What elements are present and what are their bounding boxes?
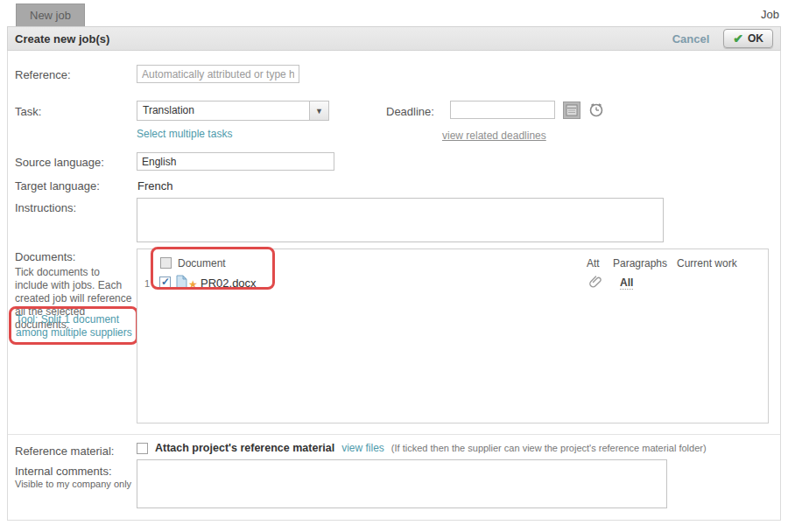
clock-icon[interactable]	[587, 100, 606, 119]
table-row-number: 1	[144, 278, 150, 289]
cancel-button[interactable]: Cancel	[672, 32, 710, 46]
select-multiple-tasks-link[interactable]: Select multiple tasks	[137, 128, 232, 140]
document-name[interactable]: PR02.docx	[201, 276, 257, 290]
document-checkbox[interactable]	[159, 276, 171, 288]
reference-material-label: Reference material:	[15, 444, 114, 458]
header-actions: Cancel ✔ OK	[672, 29, 773, 48]
section-divider	[8, 434, 780, 435]
page-title: Create new job(s)	[15, 32, 109, 46]
instructions-label: Instructions:	[15, 201, 76, 214]
form-body: Reference: Task: Translation ▼ Select mu…	[7, 51, 781, 521]
target-language-label: Target language:	[15, 179, 100, 192]
task-select-value: Translation	[137, 102, 309, 120]
attach-reference-material-label: Attach project's reference material	[155, 442, 334, 454]
star-icon: ★	[188, 278, 198, 290]
reference-material-note: (If ticked then the supplier can view th…	[391, 443, 707, 453]
internal-comments-label: Internal comments:	[15, 465, 112, 478]
calendar-icon[interactable]	[563, 102, 580, 119]
column-header-paragraphs: Paragraphs	[613, 257, 667, 270]
attach-reference-material-checkbox[interactable]	[137, 443, 148, 454]
internal-comments-textarea[interactable]	[137, 459, 667, 508]
column-header-att: Att	[587, 257, 600, 270]
internal-comments-sublabel: Visible to my company only	[15, 479, 131, 489]
documents-table: Document Att Paragraphs Current work 1 ★…	[137, 248, 769, 424]
paragraphs-value[interactable]: All	[620, 276, 633, 290]
view-files-link[interactable]: view files	[341, 442, 384, 454]
target-language-value: French	[137, 179, 172, 192]
tab-new-job[interactable]: New job	[16, 4, 85, 26]
source-language-input[interactable]	[137, 152, 334, 171]
attachment-icon[interactable]	[589, 275, 603, 289]
documents-label: Documents:	[15, 250, 75, 263]
ok-button[interactable]: ✔ OK	[723, 29, 773, 48]
source-language-label: Source language:	[15, 156, 104, 169]
chevron-down-icon[interactable]: ▼	[309, 102, 328, 120]
deadline-input[interactable]	[450, 101, 555, 119]
document-icon	[176, 275, 187, 289]
split-document-tool-link[interactable]: Tool: Split 1 document among multiple su…	[16, 313, 135, 340]
create-job-page: New job Job Create new job(s) Cancel ✔ O…	[0, 0, 788, 532]
ok-button-label: OK	[748, 32, 763, 45]
column-header-current-work: Current work	[677, 257, 737, 270]
task-label: Task:	[15, 105, 41, 118]
reference-input[interactable]	[137, 65, 299, 83]
form-header: Create new job(s) Cancel ✔ OK	[7, 26, 781, 51]
check-icon: ✔	[733, 32, 743, 46]
reference-label: Reference:	[15, 68, 71, 81]
view-related-deadlines-link[interactable]: view related deadlines	[442, 130, 546, 142]
deadline-label: Deadline:	[386, 105, 434, 118]
breadcrumb: Job	[761, 8, 779, 21]
reference-material-row: Attach project's reference material view…	[137, 442, 707, 454]
instructions-textarea[interactable]	[137, 198, 664, 242]
select-all-documents-checkbox[interactable]	[160, 257, 172, 269]
column-header-document: Document	[178, 257, 226, 270]
task-select[interactable]: Translation ▼	[137, 101, 329, 121]
